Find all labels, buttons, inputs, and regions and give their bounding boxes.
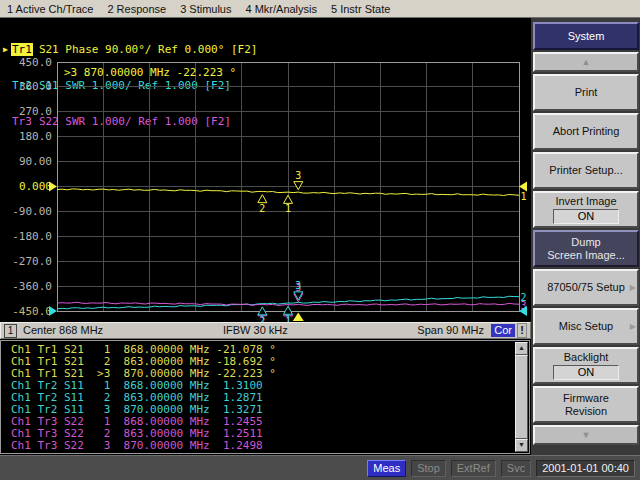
up-arrow-icon: ▲ — [518, 344, 525, 351]
menu-item-mkr-analysis[interactable]: 4 Mkr/Analysis — [238, 3, 324, 15]
y-axis-label: -180.0 — [12, 230, 52, 243]
marker-1-tr1 — [284, 195, 293, 203]
softkey-menu: System▲PrintAbort PrintingPrinter Setup.… — [531, 18, 640, 455]
softkey-87050-75-setup[interactable]: 87050/75 Setup▶ — [533, 269, 639, 306]
softkey-label-line2: Screen Image... — [547, 249, 625, 262]
active-marker-readout: >3 870.00000 MHz -22.223 ° — [64, 66, 236, 79]
active-marker-stimulus-indicator — [293, 313, 304, 322]
softkey-label: Abort Printing — [553, 125, 620, 138]
marker-2-tr1 — [258, 195, 267, 203]
marker-label: 2 — [259, 315, 265, 322]
marker-label: 1 — [285, 203, 291, 214]
y-axis-label: -270.0 — [12, 255, 52, 268]
softkey-firmware-revision[interactable]: FirmwareRevision — [533, 386, 639, 423]
status-clock: 2001-01-01 00:40 — [536, 460, 635, 477]
menu-item-active-ch-trace[interactable]: 1 Active Ch/Trace — [0, 3, 100, 15]
ifbw-readout: IFBW 30 kHz — [223, 324, 288, 336]
marker-label: 2 — [259, 203, 265, 214]
softkey-scroll-up[interactable]: ▲ — [533, 52, 639, 72]
scrollbar-thumb[interactable] — [515, 355, 528, 439]
marker-table-scrollbar[interactable]: ▲ ▼ — [515, 342, 528, 452]
scroll-up-button[interactable]: ▲ — [515, 342, 528, 355]
softkey-scroll-down[interactable]: ▼ — [533, 425, 639, 445]
marker-3-tr1 — [294, 182, 303, 190]
instrument-screen: ▶Tr1S21 Phase 90.00°/ Ref 0.000° [F2] Tr… — [0, 18, 531, 455]
y-axis-label: 90.00 — [19, 155, 52, 168]
softkey-label: Invert Image — [555, 195, 616, 208]
span-readout: Span 90 MHz — [417, 324, 484, 336]
y-axis-label: -90.00 — [12, 205, 52, 218]
menu-bar: 1 Active Ch/Trace 2 Response 3 Stimulus … — [0, 0, 640, 18]
softkey-label: Backlight — [564, 351, 609, 364]
softkey-label: Print — [575, 86, 598, 99]
channel-number-box: 1 — [4, 324, 17, 338]
softkey-label: Misc Setup — [559, 320, 613, 333]
y-axis-label: 450.0 — [19, 56, 52, 69]
softkey-backlight[interactable]: BacklightON — [533, 347, 639, 384]
correction-on-badge: Cor — [491, 324, 515, 337]
menu-item-stimulus[interactable]: 3 Stimulus — [173, 3, 238, 15]
status-extref: ExtRef — [451, 460, 496, 477]
stimulus-bar: 1 Center 868 MHz IFBW 30 kHz Span 90 MHz… — [0, 322, 531, 339]
marker-table-row: Ch1 Tr3 S22 3 870.00000 MHz 1.2498 — [11, 440, 276, 452]
down-arrow-icon: ▼ — [518, 441, 525, 448]
softkey-label-line2: Revision — [565, 405, 607, 418]
y-axis-label: 180.0 — [19, 130, 52, 143]
menu-item-response[interactable]: 2 Response — [100, 3, 173, 15]
softkey-abort-printing[interactable]: Abort Printing — [533, 113, 639, 150]
warning-indicator: ! — [517, 323, 527, 338]
softkey-dump-screen-image[interactable]: DumpScreen Image... — [533, 230, 639, 267]
softkey-label: 87050/75 Setup — [547, 281, 625, 294]
marker-label: 3 — [295, 170, 301, 181]
softkey-misc-setup[interactable]: Misc Setup▶ — [533, 308, 639, 345]
softkey-label: System — [568, 30, 605, 43]
down-arrow-icon: ▼ — [582, 431, 591, 440]
center-frequency-readout: Center 868 MHz — [23, 324, 103, 336]
scroll-down-button[interactable]: ▼ — [515, 439, 528, 452]
y-axis-label: 360.0 — [19, 80, 52, 93]
softkey-label: Firmware — [563, 392, 609, 405]
menu-item-instr-state[interactable]: 5 Instr State — [324, 3, 397, 15]
ref-indicator-left-tr1 — [49, 182, 57, 192]
y-axis-label: 0.000 — [19, 180, 52, 193]
softkey-print[interactable]: Print — [533, 74, 639, 111]
submenu-arrow-icon: ▶ — [630, 284, 636, 292]
status-stop: Stop — [411, 460, 446, 477]
softkey-invert-image[interactable]: Invert ImageON — [533, 191, 639, 228]
marker-table-panel: Ch1 Tr1 S21 1 868.00000 MHz -21.078 °Ch1… — [0, 340, 530, 454]
y-axis-label: -360.0 — [12, 280, 52, 293]
graticule-plot: 450.0360.0270.0180.090.000.000-90.00-180… — [0, 55, 531, 322]
ref-indicator-left-tr2 — [49, 306, 57, 316]
softkey-label: Printer Setup... — [549, 164, 622, 177]
submenu-arrow-icon: ▶ — [630, 323, 636, 331]
softkey-state-indicator: ON — [553, 209, 619, 224]
softkey-system: System — [533, 22, 639, 50]
status-bar: Meas Stop ExtRef Svc 2001-01-01 00:40 — [0, 455, 640, 480]
softkey-state-indicator: ON — [553, 365, 619, 380]
status-svc: Svc — [501, 460, 531, 477]
softkey-printer-setup[interactable]: Printer Setup... — [533, 152, 639, 189]
marker-table: Ch1 Tr1 S21 1 868.00000 MHz -21.078 °Ch1… — [11, 344, 276, 452]
y-axis-label: 270.0 — [19, 105, 52, 118]
trace-edge-label-tr1: 1 — [521, 191, 527, 202]
up-arrow-icon: ▲ — [582, 58, 591, 67]
softkey-label: Dump — [571, 236, 600, 249]
marker-1-tr2 — [284, 306, 293, 314]
y-axis-label: -450.0 — [12, 305, 52, 318]
status-meas: Meas — [367, 460, 406, 477]
marker-label: 1 — [285, 314, 291, 322]
marker-label: 3 — [295, 280, 301, 291]
